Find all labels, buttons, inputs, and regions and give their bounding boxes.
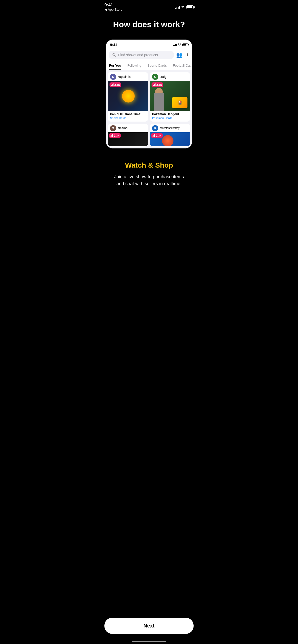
status-left: 9:41 ◀ App Store: [104, 3, 123, 11]
search-bar-container: Find shows and products 👥 +: [106, 49, 192, 61]
status-time: 9:41: [104, 3, 123, 7]
card-header-craig: C craig: [150, 72, 190, 81]
svg-rect-6: [154, 84, 155, 86]
card-info-kaptainfish: Panini Illusions Time! Sports Cards: [108, 111, 148, 122]
tab-following[interactable]: Following: [124, 61, 144, 70]
watch-shop-title: Watch & Shop: [112, 161, 186, 169]
card-title-craig: Pokemon Hangout: [152, 112, 188, 116]
phone-mockup: 9:41: [106, 39, 192, 149]
collect-circle-decoration: [162, 135, 173, 146]
yellow-orb-decoration: [122, 90, 135, 103]
svg-line-1: [115, 55, 116, 56]
search-icon: [112, 53, 116, 57]
inner-status-right: [173, 43, 188, 46]
search-input[interactable]: Find shows and products: [109, 51, 174, 59]
status-right: [175, 5, 194, 9]
pokemon-box-decoration: 🎴: [172, 97, 187, 108]
svg-rect-3: [112, 84, 113, 86]
live-count-collectanddestroy: 2.3k: [156, 134, 161, 137]
man-body-decoration: [154, 93, 164, 111]
avatar-collectanddestroy: CD: [152, 125, 158, 131]
live-count-craig: 2.3k: [156, 83, 162, 86]
watch-shop-section: Watch & Shop Join a live show to purchas…: [104, 161, 194, 187]
svg-rect-2: [111, 85, 112, 86]
wifi-icon: [181, 6, 185, 8]
thumbnail-sleemo: 2.3k: [108, 132, 148, 146]
main-content: How does it work? 9:41: [99, 12, 199, 197]
svg-rect-5: [153, 85, 154, 86]
card-category-craig: Pokemon Cards: [152, 116, 188, 120]
signal-icon: [175, 5, 180, 9]
bar-chart-icon-collect: [153, 134, 155, 137]
card-header-sleemo: S sleemo: [108, 124, 148, 132]
status-bar: 9:41 ◀ App Store: [99, 0, 199, 12]
tab-for-you[interactable]: For You: [106, 61, 124, 70]
thumbnail-collectanddestroy: 2.3k: [150, 132, 190, 146]
card-category-kaptainfish: Sports Cards: [110, 116, 146, 120]
svg-rect-11: [153, 136, 153, 137]
inner-battery-icon: [182, 43, 188, 46]
username-kaptainfish: kaptainfish: [118, 75, 132, 79]
app-store-back[interactable]: ◀ App Store: [104, 8, 123, 11]
live-badge-kaptainfish: 2.3k: [110, 82, 121, 87]
show-card-kaptainfish[interactable]: K kaptainfish 2.3k: [108, 72, 148, 122]
show-card-collectanddestroy[interactable]: CD collectanddestroy 2.3k: [150, 124, 190, 146]
card-info-craig: Pokemon Hangout Pokemon Cards: [150, 111, 190, 122]
show-card-craig[interactable]: C craig 🎴: [150, 72, 190, 122]
live-count-kaptainfish: 2.3k: [114, 83, 120, 86]
add-icon[interactable]: +: [186, 52, 189, 58]
card-header-collectanddestroy: CD collectanddestroy: [150, 124, 190, 132]
thumbnail-kaptainfish: 2.3k: [108, 81, 148, 111]
shows-grid-bottom: S sleemo 2.3k: [106, 124, 192, 148]
show-card-sleemo[interactable]: S sleemo 2.3k: [108, 124, 148, 146]
bar-chart-icon: [111, 83, 114, 86]
battery-icon: [186, 5, 194, 9]
watch-shop-description: Join a live show to purchase items and c…: [112, 173, 186, 187]
avatar-kaptainfish: K: [110, 74, 116, 80]
svg-rect-8: [111, 136, 111, 137]
people-icon[interactable]: 👥: [176, 52, 183, 58]
inner-time: 9:41: [110, 43, 117, 47]
svg-rect-7: [155, 83, 156, 86]
avatar-craig: C: [152, 74, 158, 80]
card-title-kaptainfish: Panini Illusions Time!: [110, 112, 146, 116]
username-collectanddestroy: collectanddestroy: [160, 127, 180, 129]
live-badge-collectanddestroy: 2.3k: [151, 133, 163, 138]
inner-wifi-icon: [178, 43, 181, 46]
live-count-sleemo: 2.3k: [114, 134, 119, 137]
card-header-kaptainfish: K kaptainfish: [108, 72, 148, 81]
inner-status-bar: 9:41: [106, 40, 192, 49]
avatar-sleemo: S: [110, 125, 116, 131]
tab-football[interactable]: Football Ca...: [170, 61, 192, 70]
search-actions: 👥 +: [176, 52, 189, 58]
svg-rect-13: [154, 134, 155, 137]
live-badge-craig: 2.3k: [152, 82, 163, 87]
inner-signal-icon: [173, 43, 177, 46]
username-craig: craig: [160, 75, 166, 79]
search-placeholder: Find shows and products: [118, 53, 158, 57]
page-title: How does it work?: [113, 20, 185, 29]
bar-chart-icon-sleemo: [111, 134, 113, 137]
bar-chart-icon-craig: [153, 83, 156, 86]
live-badge-sleemo: 2.3k: [109, 133, 121, 138]
svg-rect-9: [112, 135, 112, 137]
username-sleemo: sleemo: [118, 126, 128, 130]
svg-rect-10: [112, 134, 113, 137]
tab-sports-cards[interactable]: Sports Cards: [144, 61, 170, 70]
thumbnail-craig: 🎴 2.3k: [150, 81, 190, 111]
svg-rect-4: [113, 83, 114, 86]
svg-rect-12: [154, 135, 154, 137]
shows-grid: K kaptainfish 2.3k: [106, 70, 192, 124]
nav-tabs: For You Following Sports Cards Football …: [106, 61, 192, 70]
